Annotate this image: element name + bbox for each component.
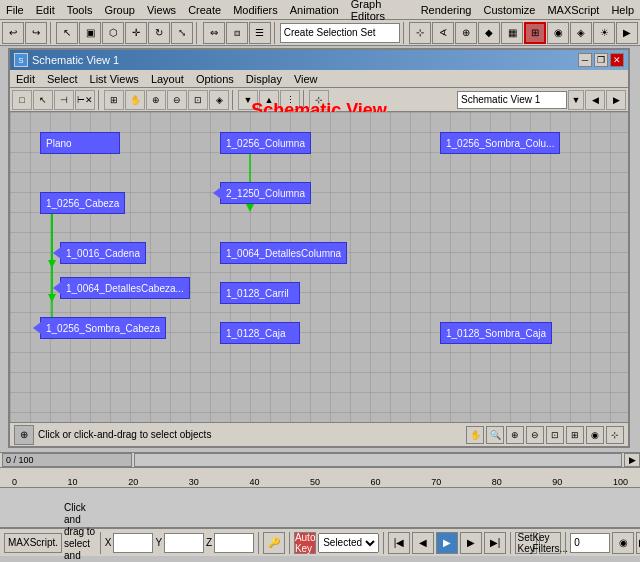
toolbar-select[interactable]: ↖ <box>56 22 78 44</box>
s-tb-zoom-in[interactable]: ⊕ <box>146 90 166 110</box>
y-input[interactable] <box>164 533 204 553</box>
toolbar-snap[interactable]: ⊹ <box>409 22 431 44</box>
menu-maxscript[interactable]: MAXScript <box>541 2 605 18</box>
smenu-listviews[interactable]: List Views <box>84 72 145 86</box>
node-cabeza[interactable]: 1_0256_Cabeza <box>40 192 125 214</box>
status-zoom-out[interactable]: ⊖ <box>526 426 544 444</box>
toolbar-env[interactable]: ☀ <box>593 22 615 44</box>
toolbar-key[interactable]: ◆ <box>478 22 500 44</box>
smenu-edit[interactable]: Edit <box>10 72 41 86</box>
toolbar-select-name[interactable]: ▣ <box>79 22 101 44</box>
s-tb-move[interactable]: ⊞ <box>104 90 124 110</box>
menu-create[interactable]: Create <box>182 2 227 18</box>
minimize-button[interactable]: ─ <box>578 53 592 67</box>
s-tb-disconnect[interactable]: ⊢✕ <box>75 90 95 110</box>
toolbar-filter[interactable]: ▦ <box>501 22 523 44</box>
smenu-view[interactable]: View <box>288 72 324 86</box>
menu-graph-editors[interactable]: Graph Editors <box>345 0 415 24</box>
z-input[interactable] <box>214 533 254 553</box>
s-tb-prev[interactable]: ◀ <box>585 90 605 110</box>
s-tb-pan[interactable]: ✋ <box>125 90 145 110</box>
toolbar-spinner[interactable]: ⊕ <box>455 22 477 44</box>
menu-file[interactable]: File <box>0 2 30 18</box>
selection-set-input[interactable] <box>280 23 400 43</box>
status-pan[interactable]: ✋ <box>466 426 484 444</box>
node-col1[interactable]: 1_0256_Columna <box>220 132 311 154</box>
restore-button[interactable]: ❐ <box>594 53 608 67</box>
smenu-options[interactable]: Options <box>190 72 240 86</box>
status-zoom-in[interactable]: ⊕ <box>506 426 524 444</box>
timeline-scrubber[interactable] <box>134 453 622 467</box>
render-scene-btn[interactable]: ◉ <box>612 532 634 554</box>
status-zoom-ext[interactable]: ⊡ <box>546 426 564 444</box>
menu-views[interactable]: Views <box>141 2 182 18</box>
s-tb-zoom-sel[interactable]: ◈ <box>209 90 229 110</box>
toolbar-render2[interactable]: ▶ <box>616 22 638 44</box>
toolbar-render[interactable]: ◉ <box>547 22 569 44</box>
menu-tools[interactable]: Tools <box>61 2 99 18</box>
toolbar-angle-snap[interactable]: ∢ <box>432 22 454 44</box>
s-tb-filter[interactable]: ▼ <box>238 90 258 110</box>
timeline-progress[interactable]: 0 / 100 <box>2 453 132 467</box>
smenu-display[interactable]: Display <box>240 72 288 86</box>
node-sombra_cab[interactable]: 1_0256_Sombra_Cabeza <box>40 317 166 339</box>
schematic-canvas[interactable]: Plano1_0256_Columna1_0256_Sombra_Colu...… <box>10 112 628 422</box>
toolbar-mat[interactable]: ◈ <box>570 22 592 44</box>
frame-input[interactable] <box>570 533 610 553</box>
x-input[interactable] <box>113 533 153 553</box>
go-start-btn[interactable]: |◀ <box>388 532 410 554</box>
s-tb-select[interactable]: ↖ <box>33 90 53 110</box>
render-btn[interactable]: ▶◉ <box>636 532 640 554</box>
timeline-tracks[interactable] <box>0 488 640 528</box>
status-fit[interactable]: ⊞ <box>566 426 584 444</box>
smenu-select[interactable]: Select <box>41 72 84 86</box>
s-tb-arrange[interactable]: ⋮ <box>280 90 300 110</box>
node-sombra_caja[interactable]: 1_0128_Sombra_Caja <box>440 322 552 344</box>
s-tb-zoom-out[interactable]: ⊖ <box>167 90 187 110</box>
auto-key-btn[interactable]: Auto Key <box>294 532 316 554</box>
menu-animation[interactable]: Animation <box>284 2 345 18</box>
status-extra2[interactable]: ⊹ <box>606 426 624 444</box>
node-det_cab[interactable]: 1_0064_DetallesCabeza... <box>60 277 190 299</box>
toolbar-scale[interactable]: ⤡ <box>171 22 193 44</box>
s-tb-zoom-ext[interactable]: ⊡ <box>188 90 208 110</box>
timeline-end-btn[interactable]: ▶ <box>624 453 640 467</box>
toolbar-move[interactable]: ✛ <box>125 22 147 44</box>
menu-edit[interactable]: Edit <box>30 2 61 18</box>
toolbar-graph[interactable]: ⊞ <box>524 22 546 44</box>
toolbar-layer[interactable]: ☰ <box>249 22 271 44</box>
node-col_shadow[interactable]: 1_0256_Sombra_Colu... <box>440 132 560 154</box>
toolbar-rotate[interactable]: ↻ <box>148 22 170 44</box>
node-plano[interactable]: Plano <box>40 132 120 154</box>
node-cadena[interactable]: 1_0016_Cadena <box>60 242 146 264</box>
status-extra1[interactable]: ◉ <box>586 426 604 444</box>
go-end-btn[interactable]: ▶| <box>484 532 506 554</box>
node-caja[interactable]: 1_0128_Caja <box>220 322 300 344</box>
s-tb-dropdown[interactable]: ▼ <box>568 90 584 110</box>
toolbar-lasso[interactable]: ⬡ <box>102 22 124 44</box>
node-det_col[interactable]: 1_0064_DetallesColumna <box>220 242 347 264</box>
selected-dropdown[interactable]: Selected <box>318 533 379 553</box>
toolbar-undo[interactable]: ↩ <box>2 22 24 44</box>
menu-modifiers[interactable]: Modifiers <box>227 2 284 18</box>
s-tb-next[interactable]: ▶ <box>606 90 626 110</box>
s-tb-filter2[interactable]: ▲ <box>259 90 279 110</box>
toolbar-align[interactable]: ⧈ <box>226 22 248 44</box>
prev-frame-btn[interactable]: ◀ <box>412 532 434 554</box>
key-filters-btn[interactable]: Key Filters... <box>539 532 561 554</box>
toolbar-redo[interactable]: ↪ <box>25 22 47 44</box>
menu-help[interactable]: Help <box>605 2 640 18</box>
s-tb-new[interactable]: □ <box>12 90 32 110</box>
menu-customize[interactable]: Customize <box>477 2 541 18</box>
node-carril[interactable]: 1_0128_Carril <box>220 282 300 304</box>
schematic-view-name-input[interactable] <box>457 91 567 109</box>
next-frame-btn[interactable]: ▶ <box>460 532 482 554</box>
node-col2[interactable]: 2_1250_Columna <box>220 182 311 204</box>
play-btn[interactable]: ▶ <box>436 532 458 554</box>
menu-rendering[interactable]: Rendering <box>415 2 478 18</box>
close-button[interactable]: ✕ <box>610 53 624 67</box>
key-icon-btn[interactable]: 🔑 <box>263 532 285 554</box>
toolbar-mirror[interactable]: ⇔ <box>203 22 225 44</box>
menu-group[interactable]: Group <box>98 2 141 18</box>
s-tb-connect[interactable]: ⊣ <box>54 90 74 110</box>
